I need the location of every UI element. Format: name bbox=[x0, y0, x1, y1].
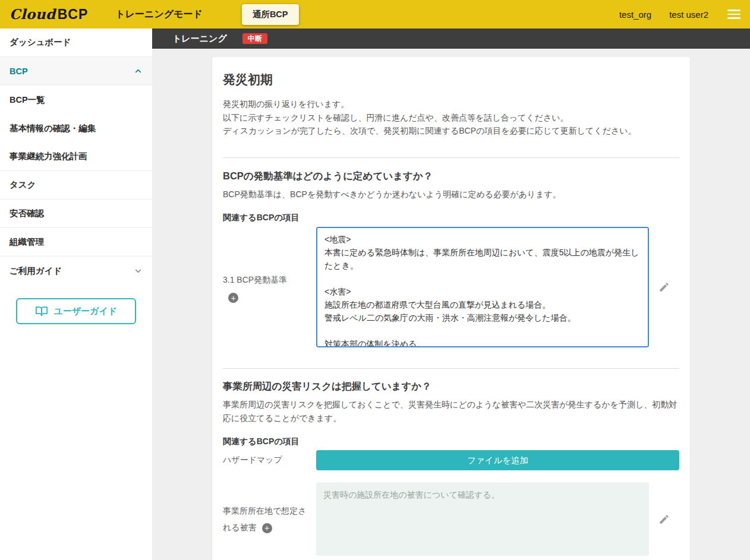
related-bcp-items-label: 関連するBCPの項目 bbox=[223, 213, 679, 223]
chevron-up-icon bbox=[134, 67, 143, 75]
bcp-activation-criteria-textarea[interactable]: <地震> 本書に定める緊急時体制は、事業所所在地周辺において、震度5以上の地震が… bbox=[316, 227, 649, 347]
chevron-down-icon bbox=[134, 267, 143, 276]
training-card: 発災初期 発災初期の振り返りを行います。 以下に示すチェックリストを確認し、円滑… bbox=[212, 57, 690, 560]
sidebar-item-bcp[interactable]: BCP bbox=[0, 57, 152, 86]
sidebar-item-label: タスク bbox=[10, 179, 36, 191]
bcp-activation-criteria-label: 3.1 BCP発動基準 bbox=[223, 271, 287, 288]
add-icon[interactable]: + bbox=[262, 523, 272, 533]
edit-button[interactable] bbox=[649, 227, 679, 347]
book-icon bbox=[35, 305, 48, 318]
field-label-column: 事業所所在地で想定される被害+ bbox=[223, 482, 316, 556]
sidebar-item-label: BCP一覧 bbox=[10, 94, 45, 106]
hazard-map-row: ハザードマップ ファイルを追加 bbox=[223, 450, 679, 470]
sidebar-item-label: BCP bbox=[10, 67, 28, 76]
divider bbox=[223, 157, 679, 158]
divider bbox=[223, 368, 679, 369]
expected-damage-row: 事業所所在地で想定される被害+ bbox=[223, 482, 679, 556]
page-title: トレーニング bbox=[172, 33, 227, 45]
header-right: test_org test user2 bbox=[619, 7, 742, 21]
question1-title: BCPの発動基準はどのように定めていますか？ bbox=[223, 170, 679, 183]
sidebar-item-safety-confirmation[interactable]: 安否確認 bbox=[0, 200, 152, 228]
sidebar-item-label: 組織管理 bbox=[10, 236, 44, 248]
user-guide-button[interactable]: ユーザーガイド bbox=[16, 298, 136, 324]
logo-cloud-text: Cloud bbox=[10, 6, 56, 22]
hamburger-menu-icon[interactable] bbox=[726, 7, 742, 21]
pencil-icon bbox=[658, 281, 670, 293]
bcp-type-button[interactable]: 通所BCP bbox=[242, 4, 299, 25]
add-file-button[interactable]: ファイルを追加 bbox=[316, 450, 679, 470]
sidebar-item-dashboard[interactable]: ダッシュボード bbox=[0, 29, 152, 57]
org-name[interactable]: test_org bbox=[619, 10, 651, 20]
app-header: Cloud BCP トレーニングモード 通所BCP test_org test … bbox=[0, 0, 750, 29]
sidebar-item-label: 事業継続力強化計画 bbox=[10, 151, 87, 162]
related-bcp-items-label: 関連するBCPの項目 bbox=[223, 436, 679, 447]
sidebar-item-bcp-list[interactable]: BCP一覧 bbox=[0, 86, 152, 114]
sidebar-item-business-continuity-plan[interactable]: 事業継続力強化計画 bbox=[0, 143, 152, 171]
intro-line: 以下に示すチェックリストを確認し、円滑に進んだ点や、改善点等を話し合ってください… bbox=[223, 111, 679, 125]
sidebar-item-tasks[interactable]: タスク bbox=[0, 171, 152, 200]
user-guide-button-label: ユーザーガイド bbox=[54, 306, 118, 317]
question2-description: 事業所周辺の災害リスクを把握しておくことで、災害発生時にどのような被害や二次災害… bbox=[223, 398, 679, 425]
sidebar: ダッシュボード BCP BCP一覧 基本情報の確認・編集 事業継続力強化計画 タ… bbox=[0, 29, 152, 560]
sidebar-item-usage-guide[interactable]: ご利用ガイド bbox=[0, 257, 152, 285]
section-title: 発災初期 bbox=[223, 71, 679, 88]
status-badge: 中断 bbox=[242, 33, 267, 44]
sidebar-item-organization-management[interactable]: 組織管理 bbox=[0, 228, 152, 257]
sidebar-item-label: ダッシュボード bbox=[10, 37, 71, 48]
question1-description: BCP発動基準は、BCPを発動すべきかどうか迷わないよう明確に定める必要がありま… bbox=[223, 188, 679, 201]
sidebar-item-label: 基本情報の確認・編集 bbox=[10, 123, 96, 134]
edit-button[interactable] bbox=[649, 482, 679, 556]
question2-title: 事業所周辺の災害リスクは把握していますか？ bbox=[223, 380, 679, 393]
pencil-icon bbox=[658, 514, 670, 525]
field-label-column: 3.1 BCP発動基準 + bbox=[223, 227, 316, 347]
expected-damage-textarea[interactable] bbox=[316, 482, 649, 556]
bcp-activation-field-row: 3.1 BCP発動基準 + <地震> 本書に定める緊急時体制は、事業所所在地周辺… bbox=[223, 227, 679, 347]
sidebar-item-label: 安否確認 bbox=[10, 208, 44, 219]
sidebar-item-label: ご利用ガイド bbox=[10, 265, 62, 277]
hazard-map-label: ハザードマップ bbox=[223, 455, 316, 466]
user-name[interactable]: test user2 bbox=[669, 10, 708, 20]
main-content: 発災初期 発災初期の振り返りを行います。 以下に示すチェックリストを確認し、円滑… bbox=[152, 49, 750, 560]
sidebar-item-basic-info-edit[interactable]: 基本情報の確認・編集 bbox=[0, 114, 152, 143]
training-mode-label: トレーニングモード bbox=[115, 8, 203, 21]
intro-line: 発災初期の振り返りを行います。 bbox=[223, 97, 679, 111]
add-icon[interactable]: + bbox=[228, 293, 238, 303]
page-topbar: トレーニング 中断 bbox=[152, 29, 750, 49]
cloudbcp-logo[interactable]: Cloud BCP bbox=[10, 6, 88, 23]
intro-line: ディスカッションが完了したら、次項で、発災初期に関連するBCPの項目を必要に応じ… bbox=[223, 124, 679, 138]
logo-bcp-text: BCP bbox=[58, 7, 89, 23]
